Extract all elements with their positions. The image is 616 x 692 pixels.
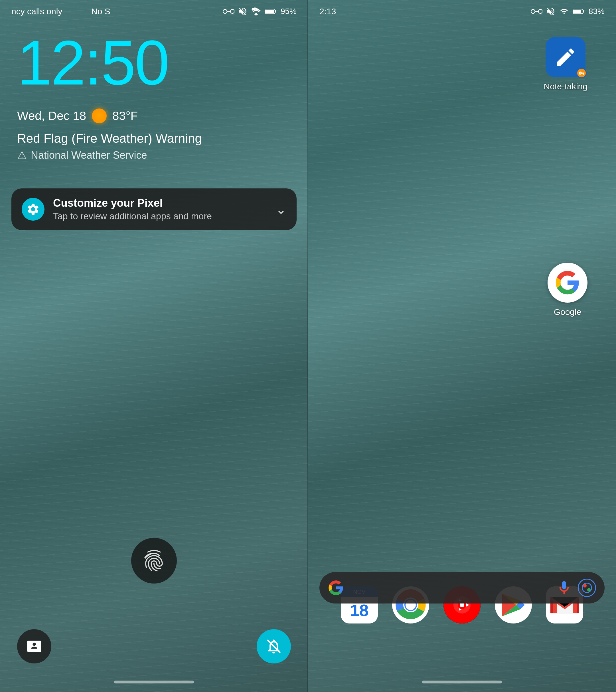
search-bar-g-logo	[328, 580, 344, 596]
glasses-icon	[223, 8, 235, 15]
svg-rect-0	[223, 9, 227, 14]
home-indicator-left	[114, 680, 194, 684]
google-search-bar[interactable]	[320, 572, 604, 604]
bell-slash-icon	[265, 638, 282, 655]
warning-source-row: ⚠ National Weather Service	[17, 149, 202, 162]
temperature-display: 83°F	[112, 109, 138, 123]
note-taking-app-icon[interactable]: Note-taking	[544, 37, 588, 91]
fingerprint-button[interactable]	[131, 538, 177, 584]
svg-rect-10	[538, 9, 543, 14]
notification-subtitle: Tap to review additional apps and more	[53, 211, 267, 222]
svg-rect-1	[230, 9, 235, 14]
status-icons-group: 95%	[223, 6, 296, 16]
lock-screen-clock: 12:50	[17, 32, 169, 94]
wifi-icon	[251, 7, 261, 16]
battery-icon-right	[573, 7, 585, 16]
status-bar-left: ncy calls only No S	[0, 0, 308, 23]
note-pen-icon	[554, 46, 577, 68]
voice-search-icon[interactable]	[556, 580, 572, 596]
dock-area: NOV 18	[308, 586, 616, 632]
battery-percentage-right: 83%	[589, 7, 604, 16]
svg-rect-9	[531, 9, 535, 14]
wifi-icon-right	[559, 7, 569, 16]
notification-content: Customize your Pixel Tap to review addit…	[53, 197, 267, 222]
right-status-icons: 83%	[531, 6, 604, 16]
google-g-logo	[555, 270, 580, 295]
customize-pixel-notification[interactable]: Customize your Pixel Tap to review addit…	[12, 188, 296, 230]
carrier-text-2: No S	[91, 6, 110, 16]
svg-rect-14	[573, 10, 581, 13]
calendar-day-number: 18	[350, 602, 369, 618]
notification-icon-wrapper	[22, 198, 44, 221]
home-screen-time: 2:13	[320, 6, 531, 16]
battery-icon	[265, 7, 277, 16]
weather-warning-section: Red Flag (Fire Weather) Warning ⚠ Nation…	[17, 131, 202, 162]
lock-screen-panel: ncy calls only No S	[0, 0, 308, 692]
date-weather-row: Wed, Dec 18 83°F	[17, 108, 138, 123]
mute-icon	[238, 6, 247, 16]
svg-rect-6	[275, 10, 276, 13]
fingerprint-icon	[141, 548, 167, 573]
notification-title: Customize your Pixel	[53, 197, 267, 209]
settings-gear-icon	[26, 203, 40, 216]
home-indicator-right	[422, 680, 502, 684]
scribble-icon	[26, 638, 43, 655]
weather-sun-icon	[92, 108, 107, 123]
note-taking-label: Note-taking	[544, 82, 588, 91]
google-app-label: Google	[554, 307, 581, 317]
google-app-icon[interactable]: Google	[548, 263, 588, 317]
glasses-icon-right	[531, 8, 543, 15]
key-icon	[578, 70, 585, 76]
mute-icon-right	[546, 6, 555, 16]
warning-triangle-icon: ⚠	[17, 149, 27, 162]
svg-rect-13	[583, 10, 584, 13]
status-bar-right: 2:13 83%	[308, 0, 616, 23]
battery-percentage-left: 95%	[281, 7, 296, 16]
date-display: Wed, Dec 18	[17, 109, 86, 123]
notification-badge	[576, 68, 587, 78]
mute-fab[interactable]	[257, 629, 291, 664]
google-lens-icon[interactable]	[578, 579, 596, 597]
scribble-fab[interactable]	[17, 629, 51, 664]
system-icons: 95%	[223, 6, 296, 16]
background-texture	[0, 0, 308, 692]
note-taking-icon	[546, 37, 586, 77]
warning-source-text: National Weather Service	[31, 149, 147, 161]
home-screen-panel: 2:13 83%	[308, 0, 616, 692]
svg-rect-7	[265, 10, 274, 13]
bottom-fabs-left	[0, 629, 308, 664]
google-icon	[548, 263, 588, 302]
carrier-text: ncy calls only	[12, 6, 223, 16]
warning-title-text: Red Flag (Fire Weather) Warning	[17, 131, 202, 146]
chevron-down-icon[interactable]: ⌄	[276, 202, 286, 217]
